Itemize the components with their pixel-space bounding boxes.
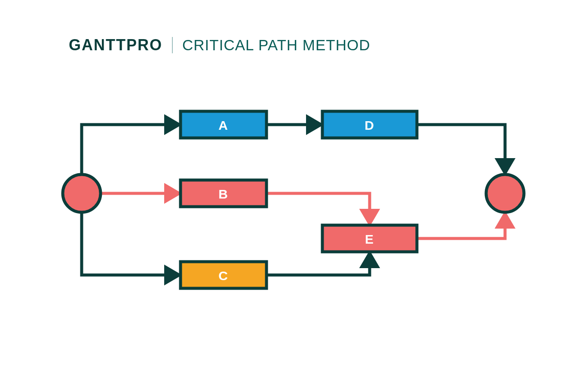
cpm-diagram: ABCDE bbox=[0, 0, 588, 382]
task-label-b: B bbox=[218, 187, 229, 201]
page: GANTTPRO CRITICAL PATH METHOD ABCDE bbox=[0, 0, 588, 382]
arrow-c-e bbox=[266, 253, 370, 275]
arrow-e-end bbox=[417, 213, 505, 238]
task-label-a: A bbox=[218, 118, 229, 132]
end-node bbox=[486, 174, 524, 212]
arrow-d-end bbox=[417, 125, 505, 174]
task-d: D bbox=[322, 111, 417, 138]
page-title: CRITICAL PATH METHOD bbox=[182, 37, 370, 54]
arrow-b-e bbox=[266, 193, 370, 224]
task-label-c: C bbox=[218, 269, 229, 283]
header-divider bbox=[172, 37, 173, 53]
task-e: E bbox=[322, 225, 417, 252]
brand-logo: GANTTPRO bbox=[69, 36, 162, 54]
task-b: B bbox=[181, 180, 266, 207]
start-node bbox=[63, 174, 101, 212]
header: GANTTPRO CRITICAL PATH METHOD bbox=[69, 36, 370, 54]
task-a: A bbox=[181, 111, 266, 138]
task-label-e: E bbox=[365, 232, 374, 246]
arrow-start-c bbox=[82, 212, 180, 275]
task-label-d: D bbox=[364, 118, 375, 132]
arrow-start-a bbox=[82, 125, 180, 174]
task-c: C bbox=[181, 262, 266, 288]
